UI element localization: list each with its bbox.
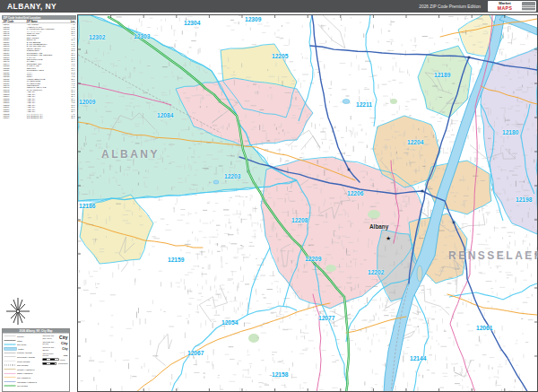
legend-city-label: Cities 50,000 and Above (43, 335, 58, 339)
zip-index-panel: ZIP Code Index/Grid Location ZIP Code ZI… (2, 15, 76, 120)
legend-item-label: Interstate Highways (17, 380, 37, 383)
mohawk-river (499, 15, 537, 35)
minor-road (469, 390, 525, 391)
map-canvas[interactable]: 1230212303123041230912205120091208412211… (77, 14, 538, 392)
legend-cities: Cities 50,000 and AboveCityCities 25,000… (43, 335, 68, 358)
zip-boundary (171, 306, 297, 391)
legend-item-label: County Highways (17, 368, 34, 370)
interchange-dot (468, 57, 471, 59)
legend-city-sample: City (62, 347, 67, 351)
legend-item-label: Primary Roads (17, 352, 32, 354)
zip-index-row: 12306SCHENECTADYA-2 (2, 119, 76, 120)
scale-bar-miles-bar (43, 359, 59, 361)
legend-city-sample: City (61, 341, 68, 345)
legend-swatch (4, 356, 16, 357)
scale-bar-km-bar (43, 362, 57, 364)
brand-logo: Market MAPS (488, 1, 536, 12)
legend-city-label: Cities 10,000 - 25,000 (43, 346, 58, 351)
legend-item-label: State (17, 339, 22, 342)
legend-item-label: Toll Roads (17, 384, 28, 387)
legend-swatch (4, 369, 16, 370)
legend-city-sample: City (64, 353, 68, 356)
zip-boundary (366, 15, 377, 126)
legend-item-label: Rail Roads (17, 363, 28, 366)
legend-swatch (4, 373, 16, 374)
legend-item-label: Minor Roads (17, 360, 30, 362)
page-title: ALBANY, NY (7, 2, 56, 11)
legend-item-label: Secondary Roads (17, 355, 35, 358)
legend-item: Toll Roads (4, 384, 43, 388)
us-highway (447, 294, 537, 315)
interchange-dot (421, 190, 424, 193)
legend-swatch (4, 335, 16, 336)
legend-items: CountyStateZIP CodeWaterPrimary RoadsSec… (4, 335, 43, 388)
park-area (248, 334, 259, 343)
legend-panel: 2026 Albany, NY, City Map CountyStateZIP… (2, 328, 70, 392)
legend-item-label: Water (18, 347, 24, 350)
us-highway (135, 303, 330, 391)
row-zip-name: SCHENECTADY (27, 119, 66, 120)
map-graphics (78, 15, 537, 391)
legend-swatch (4, 340, 16, 341)
legend-item-label: State Highways (17, 372, 32, 375)
interchange-dot (453, 222, 456, 224)
scale-km-label: Kilometers (58, 362, 68, 365)
interstate-highway (312, 15, 360, 182)
legend-city-row: Cities 50,000 and AboveCity (43, 335, 68, 341)
legend-swatch (4, 377, 16, 378)
legend-city-sample: City (59, 335, 67, 340)
brand-logo-bottom: MAPS (488, 6, 522, 11)
scale-bar-km: Kilometers (43, 362, 68, 366)
state-highway (313, 294, 321, 391)
legend-swatch (4, 347, 17, 351)
minor-road (199, 285, 227, 322)
pond (213, 180, 219, 184)
legend-swatch (4, 361, 16, 362)
pond (343, 100, 350, 104)
legend-city-label: Cities 25,000 - 50,000 (43, 341, 58, 345)
zip-index-rows: 12009ALTAMONTA-512018AVERILL PARKH-61203… (2, 23, 76, 120)
legend-swatch (4, 344, 16, 345)
minor-road (156, 334, 172, 365)
brand-logo-text: Market MAPS (488, 2, 522, 10)
compass-rose-icon (4, 296, 32, 327)
legend-swatch (4, 381, 16, 382)
title-bar: ALBANY, NY 2026 ZIP Code Premium Edition… (0, 0, 538, 13)
edition-label: 2026 ZIP Code Premium Edition (419, 4, 481, 9)
river-island (417, 266, 422, 282)
zip-boundary (247, 248, 270, 315)
legend-city-label: Cities Under 10,000 (43, 353, 58, 357)
park-area (368, 210, 380, 219)
legend-item-label: ZIP Code (17, 343, 27, 345)
legend-swatch (4, 365, 16, 366)
legend-swatch (4, 386, 16, 387)
legend-swatch (4, 353, 16, 353)
brand-logo-panel (522, 2, 535, 11)
legend-item-label: US Highways (17, 376, 30, 379)
interchange-dot (348, 169, 351, 171)
scale-miles-label: Miles (60, 359, 65, 362)
park-area (325, 265, 336, 272)
legend-item-label: County (17, 335, 24, 337)
zip-region (481, 48, 537, 234)
park-area (390, 99, 397, 104)
map-poster: ALBANY, NY 2026 ZIP Code Premium Edition… (0, 0, 538, 392)
